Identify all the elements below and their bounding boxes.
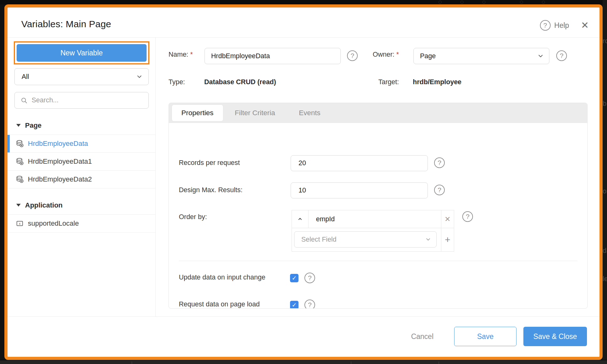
type-label: Type: xyxy=(169,78,185,86)
dialog-title: Variables: Main Page xyxy=(21,19,111,29)
toolbar-glyph xyxy=(438,1,442,4)
owner-help-icon[interactable]: ? xyxy=(556,50,567,61)
variable-type-filter-value: All xyxy=(22,73,29,81)
section-divider xyxy=(179,261,577,261)
target-label: Target: xyxy=(378,78,399,86)
variable-item-hrdbemployeedata2[interactable]: HrdbEmployeeData2 xyxy=(8,171,155,188)
design-max-results-label: Design Max. Results: xyxy=(179,186,242,194)
background-text-fragment: or xyxy=(603,187,607,195)
section-label: Page xyxy=(25,121,42,130)
chevron-down-icon xyxy=(136,73,143,80)
statusbar-divider xyxy=(351,361,351,364)
toolbar-glyph xyxy=(520,1,523,4)
variable-item-label: HrdbEmployeeData xyxy=(28,140,88,148)
name-help-icon[interactable]: ? xyxy=(347,50,358,61)
annotation-highlight-box: New Variable xyxy=(14,41,149,64)
required-asterisk: * xyxy=(396,51,399,58)
select-field-placeholder: Select Field xyxy=(301,236,336,244)
variable-detail-pane: Name:* ? Owner:* Page ? Type: Database C… xyxy=(156,38,599,316)
background-right-strip xyxy=(603,0,607,364)
request-on-load-help-icon[interactable]: ? xyxy=(304,300,315,309)
toolbar-glyph xyxy=(482,1,485,4)
order-by-label: Order by: xyxy=(179,213,207,221)
tab-bar: Properties Filter Criteria Events xyxy=(169,103,587,123)
cancel-button[interactable]: Cancel xyxy=(411,332,433,341)
variable-item-label: HrdbEmployeeData1 xyxy=(28,157,92,166)
variables-dialog: Variables: Main Page ? Help ✕ New Variab… xyxy=(4,4,603,360)
required-asterisk: * xyxy=(190,51,193,58)
records-per-request-input[interactable] xyxy=(291,155,428,171)
dialog-footer: Cancel Save Save & Close xyxy=(411,327,587,346)
background-statusbar xyxy=(0,360,607,364)
records-per-request-label: Records per request xyxy=(179,159,240,167)
order-by-help-icon[interactable]: ? xyxy=(462,211,473,222)
variable-item-label: HrdbEmployeeData2 xyxy=(28,175,92,183)
variable-search-box xyxy=(14,92,149,109)
owner-value: Page xyxy=(420,52,436,60)
search-icon xyxy=(20,97,28,104)
background-text-fragment: b xyxy=(603,100,607,108)
variables-sidebar: New Variable All Page xyxy=(8,38,156,316)
new-variable-button[interactable]: New Variable xyxy=(17,44,147,62)
sort-direction-button[interactable] xyxy=(292,210,309,228)
design-max-help-icon[interactable]: ? xyxy=(434,185,445,195)
chevron-down-icon xyxy=(537,53,544,59)
name-label: Name:* xyxy=(169,51,193,59)
properties-panel: Properties Filter Criteria Events Record… xyxy=(169,103,588,309)
target-value: hrdb/Employee xyxy=(413,78,461,86)
request-on-load-label: Request data on page load xyxy=(179,300,260,308)
chevron-down-icon xyxy=(425,236,431,243)
order-by-widget: empId ✕ Select Field + xyxy=(292,210,454,252)
owner-label: Owner:* xyxy=(373,51,399,59)
add-order-field-button[interactable]: + xyxy=(441,228,454,251)
help-icon[interactable]: ? xyxy=(540,20,551,31)
remove-order-field-button[interactable]: ✕ xyxy=(441,210,454,228)
chevron-up-icon xyxy=(297,216,303,222)
owner-select[interactable]: Page xyxy=(413,48,549,64)
statusbar-divider xyxy=(132,361,132,364)
select-field-dropdown[interactable]: Select Field xyxy=(294,231,437,248)
design-max-results-input[interactable] xyxy=(291,182,428,198)
request-on-load-checkbox[interactable]: ✓ xyxy=(290,301,298,309)
section-header-page[interactable]: Page xyxy=(8,109,155,135)
toolbar-glyph xyxy=(542,1,545,4)
tab-events[interactable]: Events xyxy=(287,109,332,117)
toolbar-glyph xyxy=(460,1,464,4)
background-toolbar xyxy=(0,0,607,4)
tab-filter-criteria[interactable]: Filter Criteria xyxy=(223,109,287,117)
update-on-input-checkbox[interactable]: ✓ xyxy=(290,274,298,282)
tab-properties[interactable]: Properties xyxy=(172,105,223,121)
database-icon xyxy=(16,140,24,148)
update-on-input-help-icon[interactable]: ? xyxy=(304,273,315,283)
update-on-input-label: Update data on input change xyxy=(179,274,265,281)
save-and-close-button[interactable]: Save & Close xyxy=(523,327,587,346)
background-text-fragment: da xyxy=(603,247,607,255)
help-label[interactable]: Help xyxy=(554,21,569,30)
variable-item-label: supportedLocale xyxy=(28,219,79,228)
svg-text:x: x xyxy=(18,221,21,226)
variable-item-hrdbemployeedata1[interactable]: HrdbEmployeeData1 xyxy=(8,153,155,171)
database-icon xyxy=(16,157,24,166)
background-left-strip xyxy=(0,0,4,364)
footer-divider xyxy=(8,316,599,317)
type-value: Database CRUD (read) xyxy=(204,78,276,86)
variable-list: Page HrdbEmployeeData xyxy=(8,109,155,233)
variable-item-hrdbemployeedata[interactable]: HrdbEmployeeData xyxy=(8,135,155,153)
variable-item-supportedlocale[interactable]: x supportedLocale xyxy=(8,215,155,233)
statusbar-divider xyxy=(438,361,439,364)
name-input[interactable] xyxy=(205,48,341,64)
database-icon xyxy=(16,175,24,183)
search-input[interactable] xyxy=(32,96,143,104)
order-by-field[interactable]: empId xyxy=(309,210,441,228)
variable-icon: x xyxy=(16,219,24,228)
section-label: Application xyxy=(25,201,63,209)
variable-type-filter-dropdown[interactable]: All xyxy=(14,68,149,85)
caret-down-icon xyxy=(16,204,21,207)
records-help-icon[interactable]: ? xyxy=(434,157,445,168)
background-text-fragment: le xyxy=(603,275,607,283)
close-icon[interactable]: ✕ xyxy=(581,21,589,30)
background-text-fragment: rc xyxy=(603,37,607,45)
save-button[interactable]: Save xyxy=(454,327,516,346)
caret-down-icon xyxy=(16,124,21,127)
section-header-application[interactable]: Application xyxy=(8,188,155,215)
